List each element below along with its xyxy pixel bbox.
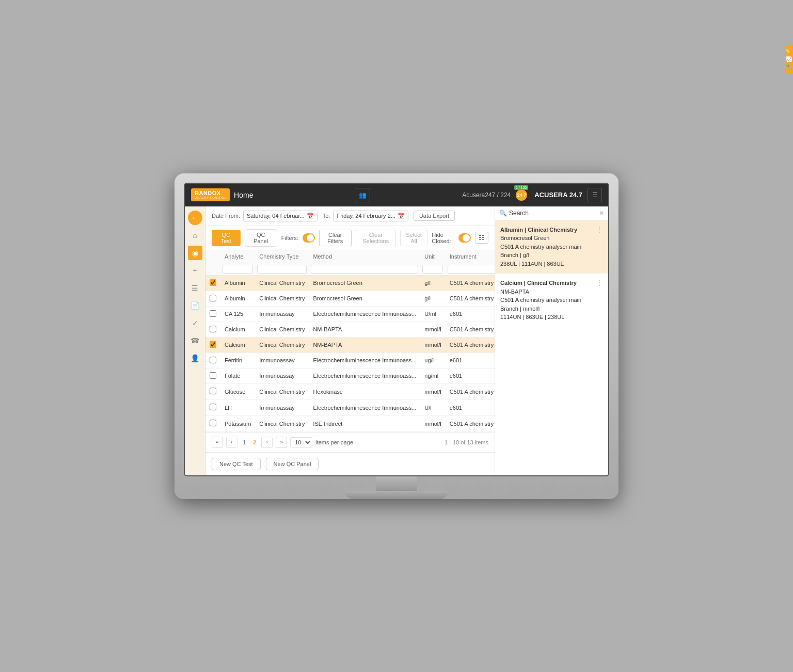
row-analyte: Ferritin — [220, 353, 255, 368]
result-item[interactable]: Albumin | Clinical Chemistry Bromocresol… — [495, 220, 608, 274]
table-header-row: Analyte Chemistry Type Method Unit Instr… — [205, 250, 495, 263]
result-analyte: Calcium | Clinical Chemistry — [500, 279, 596, 287]
row-unit: U/ml — [420, 306, 445, 322]
sidebar-home-icon[interactable]: ⌂ — [188, 228, 202, 243]
row-checkbox[interactable] — [210, 404, 216, 410]
page-2[interactable]: 2 — [251, 439, 258, 445]
user-info: Acusera247 / 224 — [462, 191, 511, 199]
clear-filters-button[interactable]: Clear Filters — [319, 230, 352, 246]
data-export-button[interactable]: Data Export — [414, 211, 455, 221]
search-input[interactable] — [509, 210, 597, 217]
clear-selections-button[interactable]: Clear Selections — [356, 230, 396, 246]
result-dots-icon[interactable]: ⋮ — [596, 226, 603, 234]
row-chemistry: Clinical Chemistry — [255, 337, 309, 353]
date-from-value: Saturday, 04 Februar... — [247, 213, 305, 219]
next-page-button[interactable]: › — [261, 437, 273, 448]
menu-icon[interactable]: ☰ — [588, 188, 602, 202]
row-checkbox[interactable] — [210, 326, 216, 332]
row-method: NM-BAPTA — [309, 322, 420, 337]
row-checkbox[interactable] — [210, 295, 216, 301]
prev-page-button[interactable]: ‹ — [226, 437, 237, 448]
date-to-label: To: — [323, 213, 330, 219]
instrument-filter-input[interactable] — [448, 265, 495, 274]
sidebar-back-icon[interactable]: ← — [188, 211, 202, 225]
row-instrument: e601 — [446, 399, 495, 415]
row-checkbox[interactable] — [210, 420, 216, 426]
row-method: Electrochemiluminescence Immunoass... — [309, 399, 420, 415]
result-method: NM-BAPTA — [500, 287, 596, 296]
row-instrument: C501 A chemistry analyser ... — [446, 415, 495, 431]
date-from-input[interactable]: Saturday, 04 Februar... 📅 — [243, 211, 318, 221]
row-chemistry: Clinical Chemistry — [255, 322, 309, 337]
result-instrument: C501 A chemistry analyser main Branch | … — [500, 296, 596, 313]
qc-panel-tab[interactable]: QC Panel — [245, 229, 277, 247]
sidebar-add-icon[interactable]: + — [188, 263, 202, 278]
result-item[interactable]: Calcium | Clinical Chemistry NM-BAPTA C5… — [495, 274, 608, 327]
row-unit: g/l — [420, 291, 445, 306]
monitor-stand-neck — [376, 476, 417, 491]
sidebar-check-icon[interactable]: ✓ — [188, 316, 202, 330]
row-checkbox-cell[interactable] — [205, 399, 220, 415]
last-page-button[interactable]: » — [276, 437, 287, 448]
row-checkbox-cell[interactable] — [205, 383, 220, 399]
new-qc-panel-button[interactable]: New QC Panel — [266, 458, 319, 470]
app-header: RANDOX QUALITY CONTROL Home 👥 Acusera247… — [185, 184, 608, 206]
row-method: Electrochemiluminescence Immunoass... — [309, 368, 420, 383]
row-chemistry: Immunoassay — [255, 368, 309, 383]
sidebar-doc-icon[interactable]: 📄 — [188, 298, 202, 313]
row-checkbox[interactable] — [210, 357, 216, 363]
new-qc-test-button[interactable]: New QC Test — [212, 458, 261, 470]
row-chemistry: Clinical Chemistry — [255, 291, 309, 306]
tab-bar: QC Test QC Panel Filters: Clear Filters … — [205, 226, 495, 250]
method-filter-input[interactable] — [311, 265, 418, 274]
grid-view-button[interactable]: ☷ — [475, 232, 488, 244]
row-checkbox[interactable] — [210, 279, 216, 286]
items-per-page-select[interactable]: 10 20 50 — [290, 437, 312, 447]
date-to-input[interactable]: Friday, 24 February 2... 📅 — [333, 211, 408, 221]
result-dots-icon[interactable]: ⋮ — [596, 279, 603, 287]
filters-toggle[interactable] — [303, 233, 315, 243]
filter-method — [309, 263, 420, 275]
row-checkbox-cell[interactable] — [205, 306, 220, 322]
row-method: Bromocresol Green — [309, 291, 420, 306]
sidebar-phone-icon[interactable]: ☎ — [188, 333, 202, 348]
sidebar-analytics-icon[interactable]: ◉ — [188, 246, 202, 260]
row-checkbox[interactable] — [210, 372, 216, 379]
row-checkbox-cell[interactable] — [205, 337, 220, 353]
row-checkbox[interactable] — [210, 388, 216, 394]
sidebar-user-icon[interactable]: 👤 — [188, 351, 202, 365]
row-checkbox-cell[interactable] — [205, 275, 220, 291]
row-checkbox-cell[interactable] — [205, 353, 220, 368]
analyte-filter-input[interactable] — [223, 265, 253, 274]
chemistry-filter-input[interactable] — [257, 265, 307, 274]
col-unit: Unit — [420, 250, 445, 263]
header-right: Acusera247 / 224 24·7 2 / 100 ACUSERA 24… — [462, 188, 602, 202]
row-checkbox-cell[interactable] — [205, 368, 220, 383]
unit-filter-input[interactable] — [422, 265, 443, 274]
row-unit: mmol/l — [420, 337, 445, 353]
row-checkbox[interactable] — [210, 341, 216, 348]
date-to-group: To: Friday, 24 February 2... 📅 — [323, 211, 408, 221]
row-checkbox-cell[interactable] — [205, 291, 220, 306]
sidebar-menu-icon[interactable]: ☰ — [188, 281, 202, 295]
row-checkbox-cell[interactable] — [205, 322, 220, 337]
home-label: Home — [234, 191, 253, 199]
row-unit: g/l — [420, 275, 445, 291]
users-icon[interactable]: 👥 — [356, 188, 370, 202]
row-checkbox-cell[interactable] — [205, 415, 220, 431]
row-chemistry: Clinical Chemistry — [255, 383, 309, 399]
page-1[interactable]: 1 — [241, 439, 248, 445]
row-method: Bromocresol Green — [309, 275, 420, 291]
row-unit: U/l — [420, 399, 445, 415]
select-all-button[interactable]: Select All — [400, 230, 428, 246]
row-checkbox[interactable] — [210, 310, 216, 317]
table-row: Potassium Clinical Chemistry ISE Indirec… — [205, 415, 495, 431]
date-from-label: Date From: — [212, 213, 240, 219]
hide-closed-toggle[interactable] — [458, 233, 471, 243]
qc-test-tab[interactable]: QC Test — [212, 230, 241, 246]
table-row: LH Immunoassay Electrochemiluminescence … — [205, 399, 495, 415]
monitor-stand-base — [345, 491, 448, 499]
search-clear-icon[interactable]: ✕ — [599, 210, 604, 217]
first-page-button[interactable]: « — [212, 437, 223, 448]
row-unit: mmol/l — [420, 322, 445, 337]
